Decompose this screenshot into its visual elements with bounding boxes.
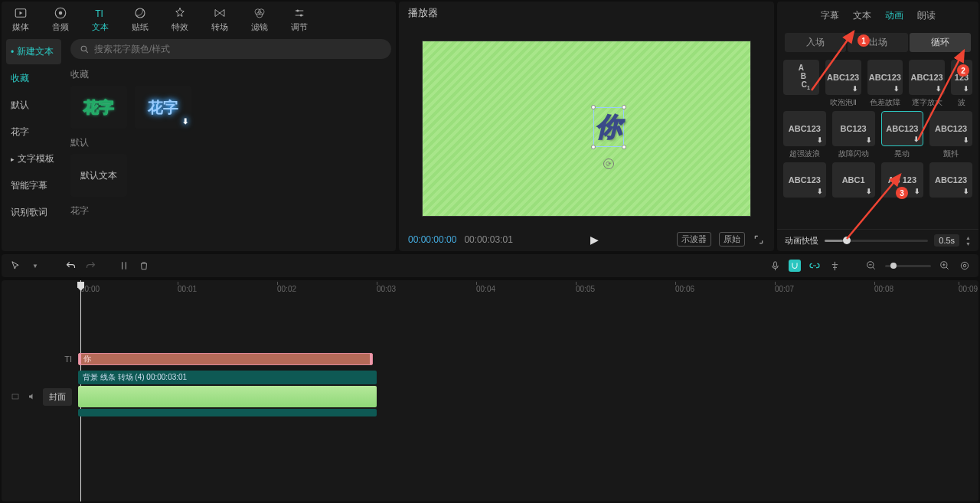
anim-wave-partial[interactable]: 123⬇: [951, 60, 972, 95]
text-object-selection[interactable]: 你 ⟳: [593, 107, 624, 147]
subtab-in[interactable]: 入场: [785, 33, 846, 52]
tick: 00:07: [775, 285, 794, 293]
anim-zoom-char[interactable]: ABC123⬇: [909, 60, 945, 95]
delete-tool[interactable]: [138, 260, 150, 272]
tab-read-aloud[interactable]: 朗读: [916, 6, 937, 25]
tab-effect[interactable]: 特效: [167, 5, 193, 34]
audio-icon: [54, 6, 67, 20]
sidebar-new-text[interactable]: •新建文本: [6, 39, 61, 64]
player-title: 播放器: [399, 2, 774, 24]
svg-point-4: [136, 8, 145, 18]
tab-media[interactable]: 媒体: [8, 5, 34, 34]
duration-stepper[interactable]: ▲▼: [965, 235, 971, 247]
tab-sticker[interactable]: 贴纸: [127, 5, 153, 34]
anim-item-9[interactable]: ABC123⬇: [783, 162, 826, 198]
tab-audio[interactable]: 音频: [47, 5, 74, 34]
lane-mute-icon[interactable]: [26, 390, 38, 403]
tab-transition[interactable]: 转场: [207, 5, 233, 34]
animation-subtabs: 入场 出场 循环: [777, 30, 978, 55]
tick: 00:02: [277, 285, 296, 293]
magnet-icon[interactable]: [789, 260, 801, 272]
link-icon[interactable]: [808, 260, 821, 272]
subtab-out[interactable]: 出场: [848, 33, 909, 52]
split-tool[interactable]: [118, 260, 130, 272]
mic-icon[interactable]: [769, 260, 781, 272]
sidebar-text-template[interactable]: ▸文字模板: [6, 146, 61, 171]
text-object-content: 你: [596, 112, 622, 141]
resize-handle-bl[interactable]: [591, 145, 596, 149]
video-clip-body[interactable]: [78, 386, 377, 407]
text-clip[interactable]: 你: [78, 353, 373, 365]
tick: 00:09: [959, 285, 978, 293]
download-icon: ⬇: [866, 136, 872, 144]
anim-item-12[interactable]: ABC123⬇: [929, 162, 972, 198]
anim-strong-wave[interactable]: ABC123⬇: [783, 111, 826, 146]
tab-caption[interactable]: 字幕: [819, 6, 841, 25]
duration-value[interactable]: 0.5s: [934, 234, 959, 247]
svg-rect-11: [773, 261, 776, 266]
time-current: 00:00:00:00: [408, 234, 456, 245]
tab-animation[interactable]: 动画: [884, 6, 905, 25]
anim-tremble[interactable]: ABC123⬇: [929, 111, 972, 146]
download-icon: ⬇: [963, 136, 969, 144]
tab-text-props[interactable]: 文本: [851, 6, 873, 25]
thumb-huazi-green[interactable]: 花字: [70, 86, 127, 129]
svg-point-8: [296, 10, 299, 12]
preview-canvas[interactable]: 你 ⟳: [422, 41, 751, 217]
sidebar-favorites[interactable]: 收藏: [6, 66, 61, 91]
resize-handle-tr[interactable]: [622, 105, 626, 109]
redo-button[interactable]: [84, 260, 96, 272]
zoom-fit-icon[interactable]: [959, 260, 971, 272]
tab-filter[interactable]: 滤镜: [247, 5, 273, 34]
search-input-wrap[interactable]: [70, 39, 391, 59]
zoom-slider[interactable]: [885, 265, 931, 267]
tab-adjust[interactable]: 调节: [286, 5, 312, 34]
zoom-out-icon[interactable]: [865, 260, 877, 272]
subtab-loop[interactable]: 循环: [910, 33, 971, 52]
anim-item-11[interactable]: AB 123⬇: [881, 162, 924, 198]
anim-none[interactable]: ABC1: [783, 60, 819, 95]
play-button[interactable]: ▶: [521, 234, 669, 246]
cursor-tool[interactable]: [9, 260, 21, 272]
rotate-handle[interactable]: ⟳: [603, 158, 614, 169]
cursor-dropdown[interactable]: ▼: [29, 260, 41, 272]
tick: 00:03: [377, 285, 396, 293]
search-input[interactable]: [94, 44, 382, 54]
lane-lock-icon[interactable]: [9, 390, 21, 403]
thumb-default-text[interactable]: 默认文本: [70, 154, 127, 197]
cover-button[interactable]: 封面: [43, 388, 72, 406]
sticker-icon: [133, 6, 147, 20]
adjust-icon: [292, 6, 306, 20]
text-category-sidebar: •新建文本 收藏 默认 花字 ▸文字模板 智能字幕 识别歌词: [2, 34, 66, 251]
svg-point-9: [300, 15, 302, 17]
align-icon[interactable]: [828, 260, 841, 272]
fullscreen-icon[interactable]: [753, 234, 765, 246]
anim-shake[interactable]: ABC123⬇: [881, 111, 924, 146]
category-huazi-label: 花字: [70, 204, 391, 217]
anim-fault-flash[interactable]: BC123⬇: [832, 111, 875, 146]
resize-handle-tl[interactable]: [591, 105, 596, 109]
timeline-ruler[interactable]: 00:00 00:01 00:02 00:03 00:04 00:05 00:0…: [78, 280, 978, 299]
duration-slider[interactable]: [825, 240, 928, 242]
sidebar-huazi[interactable]: 花字: [6, 119, 61, 145]
zoom-in-icon[interactable]: [939, 260, 951, 272]
video-clip-header[interactable]: 背景 线条 转场 (4) 00:00:03:01: [78, 371, 377, 384]
sidebar-default[interactable]: 默认: [6, 93, 61, 118]
original-ratio-button[interactable]: 原始: [719, 232, 745, 247]
resize-handle-br[interactable]: [622, 145, 626, 149]
anim-bubble[interactable]: ABC123⬇: [825, 60, 861, 95]
anim-glitch[interactable]: ABC123⬇: [867, 60, 903, 95]
download-icon: ⬇: [914, 188, 920, 195]
sidebar-smart-caption[interactable]: 智能字幕: [6, 173, 61, 198]
sidebar-lyrics[interactable]: 识别歌词: [6, 200, 61, 225]
effect-icon: [173, 6, 187, 20]
duration-label: 动画快慢: [785, 235, 818, 247]
text-icon: TI: [93, 6, 107, 20]
undo-button[interactable]: [64, 260, 77, 272]
oscilloscope-button[interactable]: 示波器: [677, 232, 711, 247]
thumb-huazi-blue[interactable]: 花字⬇: [135, 86, 191, 129]
video-clip-audio[interactable]: [78, 409, 377, 416]
tab-text[interactable]: TI文本: [87, 5, 113, 34]
tick: 00:01: [178, 285, 197, 293]
anim-item-10[interactable]: ABC1⬇: [832, 162, 875, 198]
